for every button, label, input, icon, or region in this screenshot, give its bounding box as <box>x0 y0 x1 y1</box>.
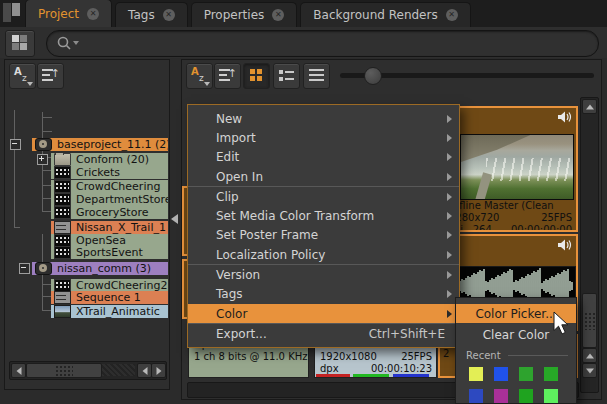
tree-item-sequence-1[interactable]: Sequence 1 <box>51 291 168 304</box>
window-icon <box>3 3 20 22</box>
submenu-arrow-icon <box>447 212 452 220</box>
search-field[interactable] <box>46 30 599 57</box>
menu-item-set-media-color-transform[interactable]: Set Media Color Transform <box>188 206 459 225</box>
menu-item-label: Edit <box>216 150 239 164</box>
menu-shortcut: Ctrl+Shift+E <box>369 327 445 341</box>
menu-item-set-poster-frame[interactable]: Set Poster Frame <box>188 226 459 245</box>
tree-item-nissan-x-trail-1[interactable]: Nissan_X_Trail_1 <box>51 221 168 234</box>
color-swatch[interactable] <box>544 367 558 381</box>
reel-icon <box>35 138 52 151</box>
tree-item-xtrail-animatic[interactable]: XTrail_Animatic <box>51 305 168 318</box>
menu-item-export-[interactable]: Export...Ctrl+Shift+E <box>188 324 459 343</box>
color-swatch[interactable] <box>469 389 483 403</box>
tree-item-grocerystore[interactable]: GroceryStore <box>51 206 168 219</box>
menu-item-label: Export... <box>216 327 267 341</box>
submenu-arrow-icon <box>447 231 452 239</box>
color-swatch[interactable] <box>469 367 483 381</box>
color-swatch[interactable] <box>494 367 508 381</box>
scroll-left-button-2[interactable] <box>137 363 152 378</box>
speaker-icon <box>558 111 572 123</box>
tree-item-label: CrowdCheering <box>76 180 160 193</box>
tree-item-label: DepartmentStore <box>76 193 168 206</box>
image-icon <box>54 305 71 318</box>
menu-item-edit[interactable]: Edit <box>188 148 459 167</box>
menu-item-label: Import <box>216 131 256 145</box>
menu-item-new[interactable]: New <box>188 109 459 128</box>
tab-tags[interactable]: Tags✕ <box>115 2 188 27</box>
slider-knob[interactable] <box>364 67 382 85</box>
tab-bar: Project✕Tags✕Properties✕Background Rende… <box>0 0 607 27</box>
bin-vertical-scrollbar[interactable] <box>580 97 599 393</box>
clip-fps: 25FPS <box>541 212 572 223</box>
sort-alpha-button[interactable]: A z <box>9 63 36 89</box>
scroll-down-button[interactable] <box>582 363 597 378</box>
scrollbar-track[interactable] <box>102 364 135 376</box>
layout-grid-button[interactable] <box>5 30 35 57</box>
collapse-icon[interactable] <box>10 139 21 150</box>
tree-item-crowdcheering[interactable]: CrowdCheering <box>51 180 168 193</box>
tree-item-conform-20-[interactable]: Conform (20) <box>51 153 168 166</box>
menu-item-localization-policy[interactable]: Localization Policy <box>188 245 459 264</box>
sequence-icon <box>54 291 71 304</box>
color-swatch[interactable] <box>544 389 558 403</box>
tree-item-label: GroceryStore <box>76 206 148 219</box>
tab-project[interactable]: Project✕ <box>25 0 112 27</box>
collapse-icon[interactable] <box>19 263 30 274</box>
close-icon[interactable]: ✕ <box>446 9 458 21</box>
tree-item-label: XTrail_Animatic <box>76 305 160 318</box>
recent-label: Recent <box>466 350 501 361</box>
clip-fps: 25FPS <box>401 351 432 362</box>
tree-item-sportsevent[interactable]: SportsEvent <box>51 246 168 259</box>
menu-item-version[interactable]: Version <box>188 265 459 284</box>
scroll-left-button[interactable] <box>11 363 26 378</box>
tree-item-nissan-comm-3-[interactable]: nissan_comm (3) <box>32 262 168 275</box>
color-swatch[interactable] <box>494 389 508 403</box>
audio-icon <box>54 193 71 206</box>
expand-icon[interactable] <box>37 154 48 165</box>
reel-icon <box>35 262 52 275</box>
scroll-up-button-2[interactable] <box>582 348 597 363</box>
submenu-arrow-icon <box>447 251 452 259</box>
bin-sort-order-button[interactable]: ↑ <box>214 63 241 89</box>
menu-item-label: Localization Policy <box>216 248 325 262</box>
search-input[interactable] <box>81 33 585 54</box>
menu-item-import[interactable]: Import <box>188 128 459 147</box>
tree-horizontal-scrollbar[interactable] <box>9 361 167 380</box>
tab-label: Project <box>38 7 79 21</box>
view-thumblist-button[interactable] <box>273 63 300 89</box>
folder-icon <box>54 153 71 166</box>
bin-sort-alpha-button[interactable]: A z <box>186 63 213 89</box>
submenu-arrow-icon <box>447 115 452 123</box>
scroll-up-button[interactable] <box>582 99 597 114</box>
menu-item-tags[interactable]: Tags <box>188 285 459 304</box>
scroll-right-button[interactable] <box>151 363 166 378</box>
close-icon[interactable]: ✕ <box>272 9 284 21</box>
tree-item-label: Crickets <box>76 166 120 179</box>
sort-order-button[interactable]: ↑ <box>37 63 64 89</box>
menu-item-label: Set Media Color Transform <box>216 209 374 223</box>
menu-item-label: Color <box>216 307 247 321</box>
tree-item-departmentstore[interactable]: DepartmentStore <box>51 193 168 206</box>
color-swatch[interactable] <box>519 367 533 381</box>
tree-item-crickets[interactable]: Crickets <box>51 166 168 179</box>
menu-item-open-in[interactable]: Open In <box>188 167 459 186</box>
color-swatch[interactable] <box>519 389 533 403</box>
menu-item-clip[interactable]: Clip <box>188 187 459 206</box>
menu-item-label: Version <box>216 268 260 282</box>
view-list-button[interactable] <box>303 63 330 89</box>
thumbnail-size-slider[interactable] <box>340 73 594 78</box>
view-grid-button[interactable] <box>243 63 270 89</box>
scrollbar-handle[interactable] <box>26 363 102 378</box>
tab-background-renders[interactable]: Background Renders✕ <box>300 2 470 27</box>
menu-item-color[interactable]: Color <box>188 304 459 323</box>
scrollbar-handle[interactable] <box>582 293 597 348</box>
tree-item-baseproject-11-1-2-[interactable]: baseproject_11.1 (2) <box>32 138 168 151</box>
close-icon[interactable]: ✕ <box>163 9 175 21</box>
close-icon[interactable]: ✕ <box>87 8 99 20</box>
submenu-arrow-icon <box>447 271 452 279</box>
menu-item-label: Tags <box>216 287 243 301</box>
panel-collapse-arrow[interactable] <box>171 214 178 224</box>
tab-properties[interactable]: Properties✕ <box>191 2 298 27</box>
grid-icon <box>12 35 27 50</box>
menu-item-label: Open In <box>216 170 263 184</box>
